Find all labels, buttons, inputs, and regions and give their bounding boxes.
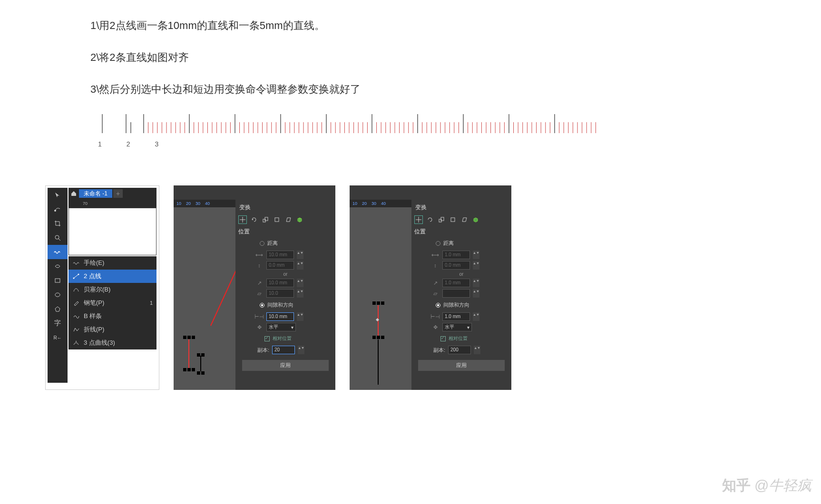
3d-cube-icon[interactable]: [471, 215, 480, 224]
gap-dir-radio-row[interactable]: 间隙和方向: [414, 301, 508, 309]
gap-input[interactable]: 1.0 mm: [442, 312, 470, 321]
ruler-illustration: 1 2 3: [90, 107, 599, 155]
copies-input[interactable]: 200: [448, 346, 471, 354]
copies-input[interactable]: 20: [272, 346, 295, 354]
panel-b-ruler: 10203040: [350, 200, 411, 207]
relative-checkbox[interactable]: [440, 336, 446, 341]
angle-input[interactable]: [442, 289, 470, 298]
chevron-down-icon: ▾: [467, 325, 469, 330]
new-tab-button[interactable]: +: [113, 189, 123, 198]
apply-button[interactable]: 应用: [242, 360, 329, 371]
copies-label: 副本:: [257, 347, 269, 354]
distance-radio-row[interactable]: 距离: [414, 240, 508, 247]
v-distance-input[interactable]: 0.0 mm: [442, 261, 470, 270]
h-distance-icon: ⟷: [255, 252, 264, 258]
crop-tool-icon[interactable]: [48, 216, 68, 231]
h-distance-spinner[interactable]: ▲▼: [297, 251, 303, 259]
svg-marker-108: [55, 307, 60, 311]
gap-dir-radio[interactable]: [436, 303, 440, 308]
position-tab-icon[interactable]: [238, 215, 247, 224]
angle-input[interactable]: 10.0: [266, 289, 294, 298]
v-distance-icon: ↕: [431, 262, 440, 268]
bspline-icon: [72, 312, 80, 320]
rotation-tab-icon[interactable]: [426, 215, 434, 224]
h-distance-input[interactable]: 1.0 mm: [442, 251, 470, 259]
ruler-label-1: 1: [98, 140, 102, 148]
document-tab-bar: 未命名 -1 +: [68, 188, 156, 199]
size-tab-icon[interactable]: [273, 215, 281, 224]
gap-dir-radio[interactable]: [260, 303, 264, 308]
author-name: @牛轻疯: [754, 477, 811, 493]
svg-point-110: [73, 278, 75, 279]
distance-radio[interactable]: [260, 241, 264, 246]
v-distance-input[interactable]: 0.0 mm: [266, 261, 294, 270]
position-section-label: 位置: [238, 228, 332, 236]
ruler-label-2: 2: [127, 140, 130, 148]
skew-tab-icon[interactable]: [284, 215, 293, 224]
three-point-curve-icon: [72, 339, 80, 347]
position-section-label: 位置: [414, 228, 508, 236]
diagonal-input[interactable]: 10.0 mm: [266, 279, 294, 287]
panel-b-canvas[interactable]: [350, 207, 411, 390]
rectangle-tool-icon[interactable]: [48, 273, 68, 288]
three-point-curve-menu-item[interactable]: 3 点曲线(3): [68, 336, 156, 349]
direction-select[interactable]: 水平▾: [266, 323, 296, 331]
docker-title: 变换: [414, 203, 508, 213]
size-tab-icon[interactable]: [449, 215, 457, 224]
copies-spinner[interactable]: ▲▼: [298, 346, 304, 354]
two-point-line-menu-item[interactable]: 2 点线: [68, 270, 156, 283]
distance-radio-row[interactable]: 距离: [238, 240, 332, 247]
h-distance-input[interactable]: 10.0 mm: [266, 251, 294, 259]
polygon-tool-icon[interactable]: [48, 302, 68, 316]
position-tab-icon[interactable]: [414, 215, 423, 224]
scale-tab-icon[interactable]: [261, 215, 270, 224]
shape-tool-icon[interactable]: [48, 202, 68, 216]
freehand-menu-item[interactable]: 手绘(E): [68, 256, 156, 270]
svg-point-112: [76, 341, 77, 342]
rotation-tab-icon[interactable]: [250, 215, 258, 224]
relative-label: 相对位置: [273, 335, 292, 342]
svg-point-107: [55, 293, 60, 297]
panel-a-canvas[interactable]: [174, 207, 235, 390]
svg-point-104: [55, 235, 59, 239]
skew-tab-icon[interactable]: [460, 215, 469, 224]
instruction-block: 1\用2点线画一条10mm的直线和一条5mm的直线。 2\将2条直线如图对齐 3…: [90, 12, 361, 108]
or-text: or: [414, 271, 508, 277]
artistic-media-tool-icon[interactable]: [48, 259, 68, 273]
direction-select[interactable]: 水平▾: [442, 323, 472, 331]
zhihu-logo-text: 知乎: [722, 477, 751, 493]
document-tab[interactable]: 未命名 -1: [79, 189, 112, 198]
ruler-label-3: 3: [155, 140, 158, 148]
v-distance-spinner[interactable]: ▲▼: [297, 261, 303, 270]
gap-input[interactable]: 10.0 mm: [266, 312, 294, 321]
panel-a-ruler: 10203040: [174, 200, 235, 207]
ruler-labels: 1 2 3: [98, 140, 181, 148]
3d-cube-icon[interactable]: [295, 215, 304, 224]
text-tool-icon[interactable]: 字: [48, 316, 68, 330]
gap-spinner[interactable]: ▲▼: [297, 312, 303, 321]
pen-menu-item[interactable]: 钢笔(P)1: [68, 296, 156, 310]
gap-dir-radio-row[interactable]: 间隙和方向: [238, 301, 332, 309]
angle-rect-icon: ▱: [255, 291, 264, 297]
zoom-tool-icon[interactable]: [48, 231, 68, 245]
pen-icon: [72, 299, 80, 307]
home-tab-icon[interactable]: [68, 188, 79, 199]
pick-tool-icon[interactable]: [48, 188, 68, 202]
transform-panel-b: 10203040 变换 位置 距离 ⟷1.0 mm▲▼ ↕0.0 mm▲▼ or: [350, 185, 511, 390]
diagonal-input[interactable]: 1.0 mm: [442, 279, 470, 287]
scale-tab-icon[interactable]: [437, 215, 446, 224]
relative-label: 相对位置: [449, 335, 468, 342]
polyline-menu-item[interactable]: 折线(P): [68, 323, 156, 336]
document-canvas[interactable]: [68, 208, 156, 255]
bspline-menu-item[interactable]: B 样条: [68, 310, 156, 323]
apply-button[interactable]: 应用: [418, 360, 505, 371]
instruction-step-3: 3\然后分别选中长边和短边用变换命令调整参数变换就好了: [90, 76, 361, 103]
relative-checkbox[interactable]: [264, 336, 270, 341]
svg-rect-106: [55, 279, 60, 282]
dimension-tool-icon[interactable]: R←: [48, 330, 68, 345]
diagonal-icon: ↗: [431, 280, 440, 286]
bezier-menu-item[interactable]: 贝塞尔(B): [68, 283, 156, 296]
distance-radio[interactable]: [436, 241, 440, 246]
freehand-tool-icon[interactable]: [48, 245, 68, 259]
ellipse-tool-icon[interactable]: [48, 288, 68, 302]
